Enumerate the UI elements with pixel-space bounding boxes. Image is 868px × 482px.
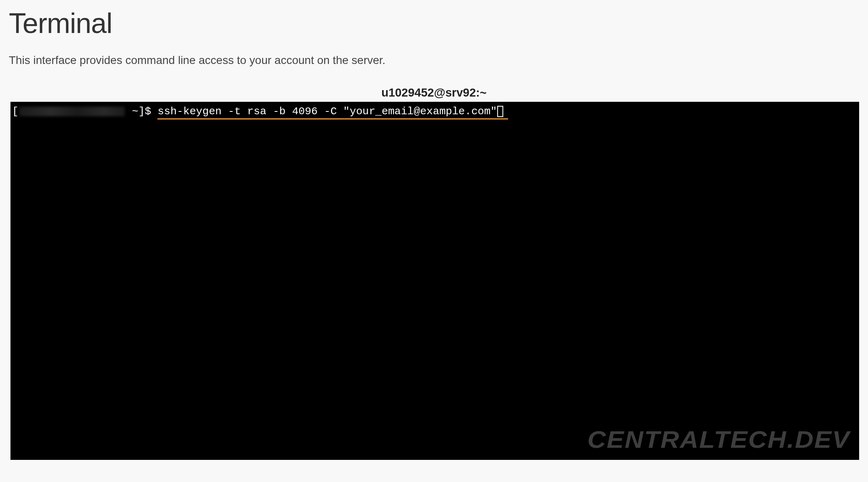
- command-text: ssh-keygen -t rsa -b 4096 -C "your_email…: [157, 105, 497, 117]
- command-wrap: ssh-keygen -t rsa -b 4096 -C "your_email…: [157, 105, 497, 118]
- page-title: Terminal: [0, 0, 868, 39]
- terminal-cursor: [497, 106, 503, 117]
- prompt-userhost-redacted: [19, 107, 125, 116]
- prompt-open-bracket: [: [12, 105, 19, 118]
- terminal-session-label: u1029452@srv92:~: [0, 86, 868, 99]
- prompt-suffix: ~]$: [126, 105, 158, 118]
- page-subtitle: This interface provides command line acc…: [0, 39, 868, 67]
- terminal-line: [ ~]$ ssh-keygen -t rsa -b 4096 -C "your…: [12, 105, 858, 118]
- terminal-window[interactable]: [ ~]$ ssh-keygen -t rsa -b 4096 -C "your…: [10, 102, 859, 460]
- command-underline-annotation: [157, 118, 508, 119]
- watermark-text: CENTRALTECH.DEV: [588, 426, 850, 453]
